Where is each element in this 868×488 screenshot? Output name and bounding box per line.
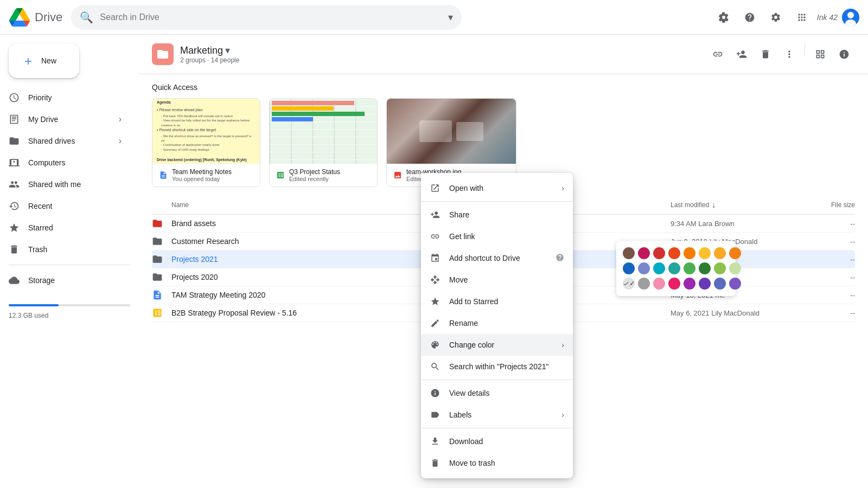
card-preview-sheet bbox=[270, 99, 377, 164]
sidebar-item-storage[interactable]: Storage bbox=[0, 269, 130, 291]
storage-icon bbox=[9, 275, 20, 286]
color-pink[interactable] bbox=[653, 278, 665, 290]
search-icon: 🔍 bbox=[80, 11, 93, 24]
color-purple[interactable] bbox=[684, 278, 695, 290]
gear-settings-icon[interactable] bbox=[765, 7, 787, 28]
folder-header-icon bbox=[152, 43, 174, 65]
rename-icon bbox=[430, 318, 441, 329]
menu-item-change-color[interactable]: Change color › bbox=[421, 334, 573, 356]
color-cyan[interactable] bbox=[653, 262, 665, 274]
user-name[interactable]: Ink 42 bbox=[817, 13, 838, 22]
color-hot-pink[interactable] bbox=[668, 278, 680, 290]
search-dropdown-icon[interactable]: ▾ bbox=[448, 11, 453, 23]
color-banana[interactable] bbox=[684, 247, 695, 259]
color-lavender[interactable] bbox=[638, 262, 650, 274]
color-basil[interactable] bbox=[714, 247, 726, 259]
folder-red-icon bbox=[152, 218, 163, 229]
row-size: -- bbox=[790, 291, 855, 299]
color-cocoa[interactable] bbox=[623, 247, 635, 259]
menu-item-labels[interactable]: Labels › bbox=[421, 404, 573, 426]
sheet-yellow-icon bbox=[152, 307, 163, 318]
color-mint[interactable] bbox=[668, 262, 680, 274]
share-icon bbox=[430, 209, 441, 220]
color-sage[interactable] bbox=[699, 247, 711, 259]
my-drive-icon bbox=[9, 114, 20, 125]
share-button[interactable] bbox=[731, 43, 752, 65]
col-header-modified[interactable]: Last modified ↓ bbox=[671, 200, 790, 210]
storage-section: 12.3 GB used bbox=[0, 291, 139, 328]
color-grape[interactable] bbox=[699, 278, 711, 290]
priority-icon bbox=[9, 92, 20, 103]
settings-icon[interactable] bbox=[713, 7, 735, 28]
color-dark-green[interactable] bbox=[699, 262, 711, 274]
menu-label-search-within: Search within "Projects 2021" bbox=[449, 362, 548, 371]
sidebar-item-shared-drives[interactable]: Shared drives › bbox=[0, 130, 130, 152]
help-icon[interactable] bbox=[739, 7, 761, 28]
color-periwinkle[interactable] bbox=[714, 278, 726, 290]
more-button[interactable] bbox=[778, 43, 800, 65]
sidebar-divider bbox=[9, 265, 130, 265]
shortcut-icon bbox=[430, 253, 441, 264]
menu-item-add-starred[interactable]: Add to Starred bbox=[421, 291, 573, 312]
menu-item-get-link[interactable]: Get link bbox=[421, 226, 573, 247]
folder-dropdown-icon[interactable]: ▾ bbox=[225, 44, 230, 56]
card-date: You opened today bbox=[172, 176, 232, 182]
sidebar-item-trash[interactable]: Trash bbox=[0, 239, 130, 260]
header: Drive 🔍 ▾ Ink 42 bbox=[0, 0, 868, 35]
color-green[interactable] bbox=[684, 262, 695, 274]
label-icon bbox=[430, 409, 441, 420]
menu-divider-3 bbox=[421, 428, 573, 428]
sidebar-item-my-drive[interactable]: My Drive › bbox=[0, 108, 130, 130]
new-button[interactable]: ＋ New bbox=[9, 43, 79, 78]
color-tomato[interactable] bbox=[653, 247, 665, 259]
open-with-icon bbox=[430, 183, 441, 194]
apps-icon[interactable] bbox=[791, 7, 813, 28]
color-none[interactable] bbox=[623, 278, 635, 290]
menu-item-open-with[interactable]: Open with › bbox=[421, 177, 573, 199]
sidebar-my-drive-label: My Drive bbox=[28, 115, 58, 124]
col-header-size: File size bbox=[790, 201, 855, 209]
color-submenu bbox=[616, 241, 736, 296]
menu-label-move-trash: Move to trash bbox=[449, 459, 495, 467]
info-button[interactable] bbox=[833, 43, 855, 65]
file-card-team-meeting[interactable]: Agenda • Please review ahead plan - Put … bbox=[152, 98, 260, 187]
color-tangerine[interactable] bbox=[668, 247, 680, 259]
menu-item-download[interactable]: Download bbox=[421, 431, 573, 452]
folder-icon bbox=[156, 48, 169, 61]
color-mauve[interactable] bbox=[729, 278, 741, 290]
color-lime[interactable] bbox=[714, 262, 726, 274]
menu-label-download: Download bbox=[449, 437, 483, 446]
sidebar-item-recent[interactable]: Recent bbox=[0, 195, 130, 217]
logo[interactable]: Drive bbox=[9, 8, 62, 27]
my-drive-chevron-icon: › bbox=[119, 114, 122, 124]
menu-item-rename[interactable]: Rename bbox=[421, 312, 573, 334]
sidebar-recent-label: Recent bbox=[28, 202, 52, 210]
menu-item-share[interactable]: Share bbox=[421, 204, 573, 226]
menu-item-move[interactable]: Move bbox=[421, 269, 573, 291]
avatar[interactable] bbox=[842, 9, 859, 26]
search-bar[interactable]: 🔍 ▾ bbox=[71, 5, 462, 30]
sidebar-item-starred[interactable]: Starred bbox=[0, 217, 130, 239]
help-circle-icon bbox=[556, 253, 564, 264]
sidebar-item-computers[interactable]: Computers bbox=[0, 152, 130, 174]
sidebar-priority-label: Priority bbox=[28, 93, 52, 102]
color-blueberry[interactable] bbox=[623, 262, 635, 274]
quick-access-title: Quick Access bbox=[152, 83, 855, 92]
sidebar-item-priority[interactable]: Priority bbox=[0, 87, 130, 108]
card-bottom-doc: Team Meeting Notes You opened today bbox=[152, 164, 260, 187]
menu-item-move-trash[interactable]: Move to trash bbox=[421, 452, 573, 474]
file-card-q3-status[interactable]: Q3 Project Status Edited recently bbox=[269, 98, 378, 187]
color-peacock[interactable] bbox=[729, 247, 741, 259]
grid-view-button[interactable] bbox=[809, 43, 831, 65]
menu-item-view-details[interactable]: View details bbox=[421, 382, 573, 404]
color-light-green[interactable] bbox=[729, 262, 741, 274]
search-input[interactable] bbox=[100, 12, 442, 22]
menu-item-add-shortcut[interactable]: Add shortcut to Drive bbox=[421, 247, 573, 269]
menu-item-search-within[interactable]: Search within "Projects 2021" bbox=[421, 356, 573, 377]
delete-button[interactable] bbox=[755, 43, 776, 65]
color-grid bbox=[623, 247, 729, 290]
color-graphite[interactable] bbox=[638, 278, 650, 290]
color-flamingo[interactable] bbox=[638, 247, 650, 259]
sidebar-item-shared-with-me[interactable]: Shared with me bbox=[0, 174, 130, 195]
get-link-button[interactable] bbox=[707, 43, 729, 65]
